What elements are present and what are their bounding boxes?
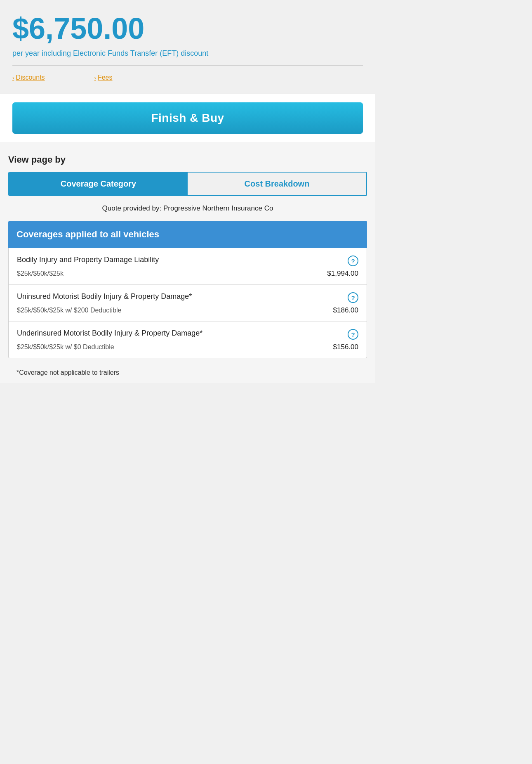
coverage-cost: $186.00	[333, 306, 358, 315]
help-icon[interactable]: ?	[348, 329, 358, 340]
finish-buy-section: Finish & Buy	[0, 94, 375, 142]
coverage-detail: $25k/$50k/$25k	[17, 270, 64, 277]
coverage-cost: $156.00	[333, 343, 358, 351]
price-subtitle: per year including Electronic Funds Tran…	[12, 49, 363, 58]
coverage-name: Underinsured Motorist Bodily Injury & Pr…	[17, 329, 344, 338]
tab-coverage-category[interactable]: Coverage Category	[9, 173, 188, 195]
fees-link[interactable]: › Fees	[94, 74, 113, 81]
tab-cost-breakdown[interactable]: Cost Breakdown	[188, 173, 366, 195]
price-amount: $6,750.00	[12, 12, 363, 45]
discounts-label: Discounts	[16, 74, 45, 81]
coverage-name: Uninsured Motorist Bodily Injury & Prope…	[17, 292, 344, 301]
view-page-section: View page by Coverage Category Cost Brea…	[0, 142, 375, 383]
tab-row: Coverage Category Cost Breakdown	[8, 172, 367, 196]
price-card: $6,750.00 per year including Electronic …	[0, 0, 375, 94]
coverage-header: Coverages applied to all vehicles	[8, 221, 367, 248]
coverage-row: Uninsured Motorist Bodily Injury & Prope…	[9, 285, 367, 322]
chevron-icon: ›	[94, 75, 96, 81]
coverage-header-text: Coverages applied to all vehicles	[16, 229, 159, 239]
coverage-body: Bodily Injury and Property Damage Liabil…	[8, 248, 367, 358]
divider	[12, 65, 363, 66]
quote-provider: Quote provided by: Progressive Northern …	[8, 204, 367, 213]
finish-buy-button[interactable]: Finish & Buy	[12, 102, 363, 134]
coverage-section: Coverages applied to all vehicles Bodily…	[8, 221, 367, 358]
links-row: › Discounts › Fees	[12, 74, 363, 81]
help-icon[interactable]: ?	[348, 255, 358, 266]
view-page-label: View page by	[8, 154, 367, 165]
coverage-row: Underinsured Motorist Bodily Injury & Pr…	[9, 322, 367, 358]
coverage-name: Bodily Injury and Property Damage Liabil…	[17, 255, 344, 264]
discounts-link[interactable]: › Discounts	[12, 74, 45, 81]
coverage-row: Bodily Injury and Property Damage Liabil…	[9, 248, 367, 285]
fees-label: Fees	[98, 74, 113, 81]
chevron-icon: ›	[12, 75, 14, 81]
help-icon[interactable]: ?	[348, 292, 358, 303]
coverage-cost: $1,994.00	[327, 270, 358, 278]
coverage-detail: $25k/$50k/$25k w/ $0 Deductible	[17, 343, 114, 351]
coverage-detail: $25k/$50k/$25k w/ $200 Deductible	[17, 307, 122, 314]
footer-note: *Coverage not applicable to trailers	[8, 362, 367, 383]
